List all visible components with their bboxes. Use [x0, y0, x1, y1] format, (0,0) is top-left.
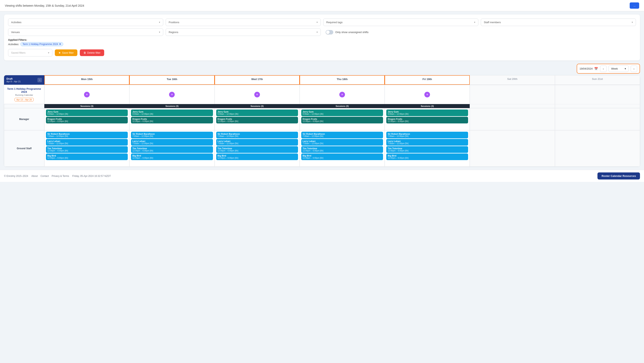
draft-label: Draft	[6, 77, 20, 80]
shift-card[interactable]: Big Bird 12:00pm – 6:00pm [6h]	[131, 153, 213, 160]
manager-role-label: Manager	[4, 108, 44, 130]
ground-empty-sun	[555, 130, 640, 167]
manager-shifts-wed: Jerry Gym 9:00am – 12:00pm [3h] Dragon F…	[214, 108, 300, 130]
add-shift-tue[interactable]: +	[129, 85, 214, 104]
sessions-bar-mon: Sessions (3)	[44, 104, 129, 108]
chevron-down-icon: ▾	[159, 31, 160, 34]
manager-shifts-tue: Jerry Gym 9:00am – 12:00pm [3h] Dragon F…	[129, 108, 214, 130]
shift-card[interactable]: Big Bird 12:00pm – 6:00pm [6h]	[46, 153, 128, 160]
shift-card[interactable]: Tim Tutortime 12:00pm – 6:00pm [6h]	[386, 146, 468, 153]
applied-filters: Applied Filters: Activities: Term 1 Holi…	[8, 38, 636, 46]
manager-empty-sat	[470, 108, 555, 130]
roster-calendar-resources-button[interactable]: Roster Calendar Resources	[598, 172, 640, 179]
plus-icon: +	[339, 92, 345, 97]
save-filter-button[interactable]: ★ Save filter	[55, 49, 78, 56]
sessions-bar-thu: Sessions (3)	[300, 104, 385, 108]
staff-members-filter[interactable]: Staff members ▾	[481, 19, 636, 26]
next-week-button[interactable]: ›	[631, 66, 637, 72]
shift-card[interactable]: Tim Tutortime 12:00pm – 6:00pm [6h]	[301, 146, 383, 153]
calendar-controls-highlight: 19/04/2024 📅 ‹ Week ▾ ›	[577, 64, 640, 74]
chevron-down-icon: ▾	[48, 51, 49, 54]
activities-filter[interactable]: Activities ▾	[8, 19, 163, 26]
shift-card[interactable]: Big Bird 12:00pm – 6:00pm [6h]	[386, 153, 468, 160]
unassigned-toggle[interactable]	[326, 30, 333, 35]
chevron-down-icon: ▾	[316, 21, 318, 24]
positions-filter[interactable]: Positions ▾	[166, 19, 321, 26]
chevron-down-icon: ▾	[474, 21, 475, 24]
shift-card[interactable]: Tim Tutortime 12:00pm – 6:00pm [6h]	[216, 146, 298, 153]
shift-card[interactable]: Larry Laharr 7:00am – 12:00pm [5h]	[131, 139, 213, 146]
shift-card[interactable]: Dragon Fruits 12:00pm – 6:00pm [6h]	[216, 117, 298, 123]
sessions-bar-row: Sessions (3) Sessions (3) Sessions (3) S…	[4, 104, 640, 108]
week-view-select[interactable]: Week ▾	[608, 65, 629, 72]
activity-name: Term 1 Holiday Programme 2024	[6, 87, 42, 93]
ground-shifts-tue: Sir Robert Baratheon 7:00am – 12:00pm [5…	[129, 130, 214, 167]
shift-card[interactable]: Larry Laharr 7:00am – 12:00pm [5h]	[216, 139, 298, 146]
plus-icon: +	[84, 92, 90, 97]
unassigned-toggle-row: Only show unassigned shifts	[326, 29, 368, 36]
venues-filter[interactable]: Venues ▾	[8, 29, 163, 36]
plus-icon: +	[254, 92, 260, 97]
date-input[interactable]: 19/04/2024 📅	[580, 67, 598, 71]
add-shift-thu[interactable]: +	[300, 85, 385, 104]
copyright: © Enrolmy 2015–2024	[4, 175, 28, 177]
calendar-header: Draft Apr 8 – Apr 21 › Mon 15th Tue 16th…	[4, 75, 640, 85]
delete-filter-button[interactable]: 🗑 Delete filter	[80, 49, 104, 56]
shift-card[interactable]: Jerry Gym 9:00am – 12:00pm [3h]	[216, 110, 298, 116]
trash-icon: 🗑	[84, 51, 86, 54]
shift-card[interactable]: Sir Robert Baratheon 7:00am – 12:00pm [5…	[46, 132, 128, 138]
shift-card[interactable]: Tim Tutortime 12:00pm – 6:00pm [6h]	[46, 146, 128, 153]
shift-card[interactable]: Larry Laharr 7:00am – 12:00pm [5h]	[46, 139, 128, 146]
shift-card[interactable]: Larry Laharr 7:00am – 12:00pm [5h]	[301, 139, 383, 146]
shift-card[interactable]: Sir Robert Baratheon 7:00am – 12:00pm [5…	[386, 132, 468, 138]
about-link[interactable]: About	[32, 175, 38, 177]
calendar-icon: 📅	[594, 67, 598, 71]
saved-filters-dropdown[interactable]: Saved filters ▾	[8, 49, 52, 57]
shift-card[interactable]: Big Bird 12:00pm – 6:00pm [6h]	[216, 153, 298, 160]
manager-shifts-fri: Jerry Gym 9:00am – 12:00pm [3h] Dragon F…	[385, 108, 470, 130]
ground-staff-role-label: Ground Staff	[4, 130, 44, 167]
remove-filter-icon[interactable]: ✕	[59, 43, 61, 46]
contact-link[interactable]: Contact	[40, 175, 49, 177]
manager-shifts-mon: Jerry Gym 9:00am – 12:00pm [3h] Dragon F…	[44, 108, 129, 130]
shift-card[interactable]: Sir Robert Baratheon 7:00am – 12:00pm [5…	[131, 132, 213, 138]
day-header-mon: Mon 15th	[44, 75, 129, 85]
prev-week-button[interactable]: ‹	[600, 66, 606, 72]
privacy-link[interactable]: Privacy & Terms	[52, 175, 69, 177]
chevron-down-icon: ▾	[159, 21, 160, 24]
shift-card[interactable]: Tim Tutortime 12:00pm – 6:00pm [6h]	[131, 146, 213, 153]
add-shift-wed[interactable]: +	[214, 85, 300, 104]
shift-card[interactable]: Big Bird 12:00pm – 6:00pm [6h]	[301, 153, 383, 160]
ground-shifts-wed: Sir Robert Baratheon 7:00am – 12:00pm [5…	[214, 130, 300, 167]
add-shift-fri[interactable]: +	[385, 85, 470, 104]
regions-filter[interactable]: Regions ▾	[166, 29, 321, 36]
chevron-down-icon: ▾	[625, 67, 626, 70]
shift-card[interactable]: Jerry Gym 9:00am – 12:00pm [3h]	[46, 110, 128, 116]
calendar-controls-row: 19/04/2024 📅 ‹ Week ▾ ›	[0, 64, 644, 75]
shift-card[interactable]: Dragon Fruits 12:00pm – 6:00pm [6h]	[46, 117, 128, 123]
shift-card[interactable]: Sir Robert Baratheon 7:00am – 12:00pm [5…	[301, 132, 383, 138]
filter-section: Activities ▾ Positions ▾ Required tags ▾…	[4, 15, 640, 61]
required-tags-filter[interactable]: Required tags ▾	[323, 19, 478, 26]
filter-tag-row: Activities: Term 1 Holiday Programme 202…	[8, 42, 636, 46]
activity-date-badge: Apr 13 – Apr 28	[14, 98, 34, 101]
toggle-label: Only show unassigned shifts	[335, 31, 368, 34]
shift-card[interactable]: Dragon Fruits 12:00pm – 6:00pm [6h]	[386, 117, 468, 123]
day-header-tue: Tue 16th	[129, 75, 214, 85]
shift-card[interactable]: Sir Robert Baratheon 7:00am – 12:00pm [5…	[216, 132, 298, 138]
add-shift-mon[interactable]: +	[44, 85, 129, 104]
applied-filters-title: Applied Filters:	[8, 38, 636, 41]
draft-arrow-button[interactable]: ›	[38, 78, 42, 82]
shift-card[interactable]: Jerry Gym 9:00am – 12:00pm [3h]	[131, 110, 213, 116]
filter-row-1: Activities ▾ Positions ▾ Required tags ▾…	[8, 19, 636, 26]
toggle-knob	[326, 31, 330, 34]
shift-card[interactable]: Jerry Gym 9:00am – 12:00pm [3h]	[301, 110, 383, 116]
draft-dates: Apr 8 – Apr 21	[6, 80, 20, 83]
shift-card[interactable]: Dragon Fruits 12:00pm – 6:00pm [6h]	[301, 117, 383, 123]
shift-card[interactable]: Larry Laharr 7:00am – 12:00pm [5h]	[386, 139, 468, 146]
top-bar-button[interactable]: ...	[630, 3, 639, 9]
sessions-bar-wed: Sessions (3)	[214, 104, 300, 108]
activity-filter-tag[interactable]: Term 1 Holiday Programme 2024 ✕	[20, 42, 63, 46]
shift-card[interactable]: Jerry Gym 9:00am – 12:00pm [3h]	[386, 110, 468, 116]
shift-card[interactable]: Dragon Fruits 12:00pm – 6:00pm [6h]	[131, 117, 213, 123]
